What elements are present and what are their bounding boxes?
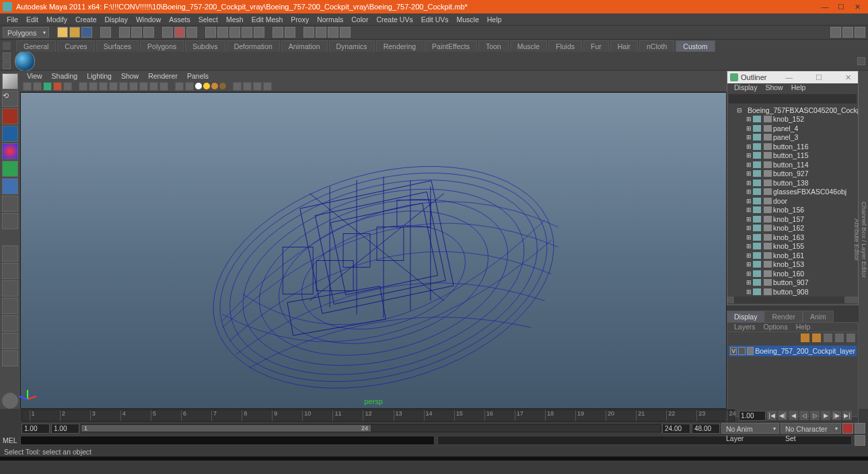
- menu-proxy[interactable]: Proxy: [287, 15, 313, 24]
- pt-film-gate-icon[interactable]: [89, 82, 98, 91]
- shelf-trash-icon[interactable]: [3, 61, 11, 69]
- outliner-menu-show[interactable]: Show: [761, 83, 787, 93]
- outliner-tree[interactable]: ⊟Boeing_757FBXASC045200_Cockpit⊞knob_152…: [727, 104, 858, 305]
- expand-icon[interactable]: ⊞: [746, 134, 752, 141]
- menu-color[interactable]: Color: [347, 15, 372, 24]
- layer-list[interactable]: V Boeing_757_200_Cockpit_layer: [727, 344, 859, 417]
- layer-color-swatch[interactable]: [747, 347, 754, 355]
- menu-create[interactable]: Create: [71, 15, 101, 24]
- mask2-icon[interactable]: [174, 27, 185, 38]
- menu-file[interactable]: File: [3, 15, 22, 24]
- shelf-tab-subdivs[interactable]: Subdivs: [185, 40, 225, 52]
- outliner-item[interactable]: ⊞knob_162: [727, 224, 858, 233]
- outliner-minimize[interactable]: —: [781, 73, 797, 81]
- pt-2d-icon[interactable]: [63, 82, 72, 91]
- layout1-icon[interactable]: [830, 27, 841, 38]
- shelf-tab-muscle[interactable]: Muscle: [510, 40, 547, 52]
- time-tool[interactable]: [2, 393, 18, 409]
- shelf-tab-surfaces[interactable]: Surfaces: [96, 40, 139, 52]
- single-persp-layout[interactable]: [2, 245, 18, 262]
- autokey-icon[interactable]: [842, 423, 853, 434]
- menu-modify[interactable]: Modify: [42, 15, 71, 24]
- pt-xray-joints-icon[interactable]: [253, 82, 262, 91]
- select-tool[interactable]: ↖: [2, 73, 18, 89]
- outliner-item[interactable]: ⊞knob_152: [727, 115, 858, 124]
- persp-uv-layout[interactable]: [2, 333, 18, 349]
- panel-menu-view[interactable]: View: [23, 72, 46, 80]
- move-layer-up-icon[interactable]: [801, 333, 809, 342]
- layout3-icon[interactable]: [855, 27, 865, 38]
- mask1-icon[interactable]: [162, 27, 173, 38]
- layer-menu-layers[interactable]: Layers: [730, 323, 760, 331]
- menu-create-uvs[interactable]: Create UVs: [372, 15, 417, 24]
- outliner-item[interactable]: ⊞button_908: [727, 287, 858, 297]
- shelf-tab-dynamics[interactable]: Dynamics: [329, 40, 375, 52]
- shelf-tab-hair[interactable]: Hair: [610, 40, 638, 52]
- layer-tab-render[interactable]: Render: [764, 311, 802, 322]
- close-button[interactable]: ✕: [849, 3, 865, 11]
- pt-xray-icon[interactable]: [243, 82, 252, 91]
- expand-icon[interactable]: ⊞: [746, 279, 752, 286]
- soft-mod-tool[interactable]: [2, 196, 18, 212]
- move-layer-down-icon[interactable]: [812, 333, 821, 342]
- step-back-button[interactable]: ◀: [789, 411, 798, 420]
- menu-window[interactable]: Window: [132, 15, 165, 24]
- pt-field-chart-icon[interactable]: [119, 82, 128, 91]
- panel-menu-lighting[interactable]: Lighting: [83, 72, 116, 80]
- layer-visibility-toggle[interactable]: V: [730, 347, 737, 355]
- new-empty-layer-icon[interactable]: [824, 333, 832, 342]
- expand-icon[interactable]: ⊞: [746, 234, 752, 241]
- expand-icon[interactable]: ⊞: [746, 225, 752, 231]
- viewport[interactable]: persp: [20, 92, 727, 409]
- pt-shadow-icon[interactable]: [219, 83, 226, 89]
- layer-menu-options[interactable]: Options: [760, 323, 792, 331]
- outliner-item[interactable]: ⊞button_907: [727, 278, 858, 288]
- layer-menu-help[interactable]: Help: [792, 323, 815, 331]
- outliner-item[interactable]: ⊞button_114: [727, 160, 858, 169]
- anim-layer-dropdown[interactable]: No Anim Layer: [721, 423, 779, 434]
- minimize-button[interactable]: —: [817, 3, 833, 11]
- expand-icon[interactable]: ⊞: [746, 143, 752, 150]
- channel-box-tab[interactable]: Channel Box / Layer Editor: [861, 71, 868, 409]
- outliner-menu-display[interactable]: Display: [730, 83, 761, 93]
- expand-icon[interactable]: ⊞: [746, 198, 752, 204]
- outliner-item[interactable]: ⊞button_138: [727, 178, 858, 188]
- play-forward-button[interactable]: ▷: [810, 411, 820, 420]
- step-back-key-button[interactable]: ◀|: [778, 411, 787, 420]
- range-start-outer[interactable]: [22, 424, 50, 434]
- shelf-tab-ncloth[interactable]: nCloth: [639, 40, 674, 52]
- mask3-icon[interactable]: [186, 27, 197, 38]
- pt-grid-icon[interactable]: [79, 82, 87, 91]
- outliner-item[interactable]: ⊞button_115: [727, 151, 858, 161]
- expand-icon[interactable]: ⊞: [746, 125, 752, 132]
- lasso-tool[interactable]: ⟲: [2, 91, 18, 107]
- last-tool[interactable]: [2, 213, 18, 229]
- expand-icon[interactable]: ⊞: [746, 216, 752, 223]
- script-editor-icon[interactable]: [855, 435, 865, 446]
- menu-muscle[interactable]: Muscle: [453, 15, 483, 24]
- shelf-tab-polygons[interactable]: Polygons: [140, 40, 184, 52]
- expand-icon[interactable]: ⊞: [746, 288, 752, 295]
- expand-icon[interactable]: ⊞: [746, 116, 752, 122]
- layer-display-type[interactable]: [738, 347, 745, 355]
- outliner-search[interactable]: [729, 94, 857, 104]
- expand-icon[interactable]: ⊞: [746, 270, 752, 277]
- history-icon[interactable]: [273, 27, 283, 38]
- maximize-button[interactable]: ☐: [833, 3, 849, 11]
- new-layer-icon[interactable]: [835, 333, 844, 342]
- outliner-item[interactable]: ⊞panel_3: [727, 133, 858, 143]
- scale-tool[interactable]: [2, 161, 18, 177]
- go-start-button[interactable]: |◀: [767, 411, 776, 420]
- menu-help[interactable]: Help: [483, 15, 506, 24]
- menu-edit[interactable]: Edit: [22, 15, 42, 24]
- expand-icon[interactable]: ⊟: [737, 107, 742, 114]
- pt-isolate-icon[interactable]: [233, 82, 242, 91]
- outliner-item[interactable]: ⊞knob_157: [727, 214, 858, 224]
- move-tool[interactable]: [2, 126, 18, 142]
- menu-mesh[interactable]: Mesh: [222, 15, 248, 24]
- layout2-icon[interactable]: [842, 27, 853, 38]
- shelf-tab-deformation[interactable]: Deformation: [227, 40, 280, 52]
- outliner-h-scrollbar[interactable]: [727, 297, 858, 303]
- history-off-icon[interactable]: [285, 27, 295, 38]
- outliner-item[interactable]: ⊞knob_156: [727, 206, 858, 215]
